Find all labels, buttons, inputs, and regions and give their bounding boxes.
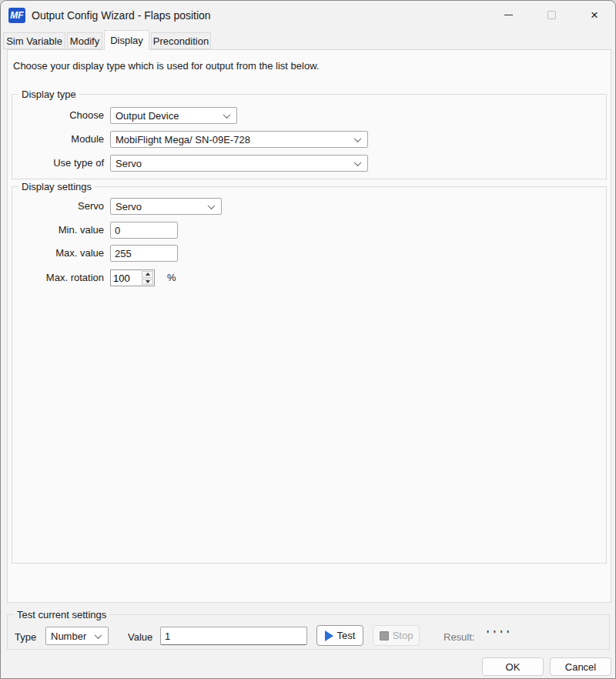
chevron-down-icon: [223, 111, 231, 119]
max-rotation-input[interactable]: [111, 270, 141, 286]
servo-combo[interactable]: Servo: [110, 198, 222, 215]
tab-modify[interactable]: Modify: [67, 32, 102, 49]
result-value: ' ' ' ': [487, 628, 510, 640]
module-combo[interactable]: MobiFlight Mega/ SN-09E-728: [110, 131, 368, 148]
test-button-label: Test: [337, 630, 356, 641]
maximize-button: [534, 2, 569, 28]
use-type-label: Use type of: [16, 157, 104, 169]
test-settings-legend: Test current settings: [14, 609, 109, 620]
tab-precondition[interactable]: Precondition: [151, 32, 211, 49]
logo-text: MF: [10, 10, 23, 21]
play-icon: [325, 630, 333, 641]
servo-label: Servo: [16, 200, 104, 212]
choose-display-type-value: Output Device: [116, 110, 179, 122]
choose-display-type-combo[interactable]: Output Device: [110, 107, 237, 124]
spinner-down-icon: [146, 280, 150, 283]
ok-button-label: OK: [506, 661, 521, 673]
display-type-legend: Display type: [18, 89, 79, 100]
rotation-unit-label: %: [167, 272, 176, 283]
servo-value: Servo: [116, 201, 142, 212]
ok-button[interactable]: OK: [482, 657, 544, 676]
min-value-label: Min. value: [16, 224, 104, 236]
tab-display[interactable]: Display: [104, 30, 149, 50]
min-value-input[interactable]: [110, 222, 178, 239]
close-icon: ×: [591, 8, 598, 22]
stop-button: Stop: [373, 625, 420, 646]
chevron-down-icon: [354, 159, 362, 166]
spinner-up-icon: [146, 273, 150, 276]
instruction-text: Choose your display type which is used f…: [13, 60, 319, 72]
chevron-down-icon: [208, 202, 216, 209]
mobiflight-logo-icon: MF: [8, 8, 25, 23]
tab-label: Sim Variable: [6, 35, 62, 47]
output-config-wizard-window: MF Output Config Wizard - Flaps position…: [0, 0, 616, 679]
module-label: Module: [16, 133, 104, 145]
result-label: Result:: [444, 631, 474, 643]
stop-icon: [380, 631, 389, 641]
max-value-label: Max. value: [16, 247, 104, 259]
max-rotation-label: Max. rotation: [16, 272, 104, 283]
test-type-label: Type: [15, 631, 36, 643]
tab-label: Display: [110, 35, 143, 46]
cancel-button[interactable]: Cancel: [550, 657, 611, 676]
minimize-button[interactable]: [490, 2, 526, 28]
stop-button-label: Stop: [393, 630, 413, 641]
use-type-value: Servo: [116, 158, 142, 169]
close-button[interactable]: ×: [577, 2, 612, 28]
test-value-label: Value: [128, 631, 152, 643]
maximize-icon: [547, 11, 556, 19]
test-value-input[interactable]: [160, 627, 307, 645]
test-type-combo[interactable]: Number: [45, 627, 109, 645]
max-value-input[interactable]: [110, 245, 178, 262]
module-value: MobiFlight Mega/ SN-09E-728: [116, 134, 250, 146]
spinner: [141, 270, 154, 286]
test-type-value: Number: [51, 630, 86, 642]
max-rotation-stepper[interactable]: [110, 269, 155, 286]
titlebar[interactable]: MF Output Config Wizard - Flaps position…: [1, 1, 615, 30]
chevron-down-icon: [95, 631, 102, 639]
window-title: Output Config Wizard - Flaps position: [32, 1, 211, 30]
tab-sim-variable[interactable]: Sim Variable: [3, 32, 65, 49]
display-settings-legend: Display settings: [18, 181, 95, 192]
choose-label: Choose: [16, 109, 104, 121]
spinner-down-button[interactable]: [142, 279, 153, 286]
spinner-up-button[interactable]: [142, 271, 153, 278]
test-button[interactable]: Test: [316, 625, 363, 646]
tab-label: Modify: [70, 35, 99, 47]
use-type-combo[interactable]: Servo: [110, 155, 368, 172]
minimize-icon: [504, 15, 513, 15]
tab-label: Precondition: [153, 35, 209, 47]
cancel-button-label: Cancel: [565, 661, 596, 673]
display-settings-group: Display settings: [12, 186, 607, 564]
chevron-down-icon: [354, 135, 362, 142]
